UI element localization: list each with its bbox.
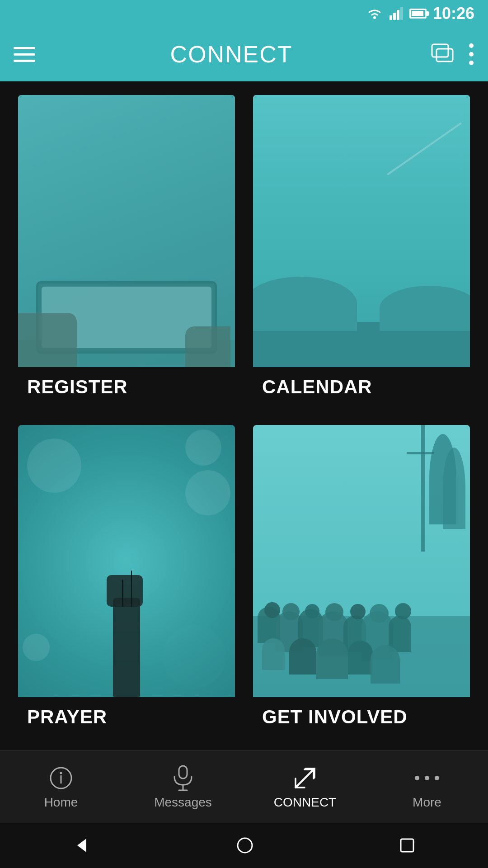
more-nav-label: More bbox=[413, 795, 441, 810]
more-icon bbox=[468, 42, 474, 66]
svg-rect-27 bbox=[401, 839, 413, 852]
back-button[interactable] bbox=[73, 836, 91, 854]
nav-item-home[interactable]: Home bbox=[0, 764, 122, 810]
get-involved-overlay bbox=[253, 425, 470, 697]
android-nav bbox=[0, 823, 488, 868]
nav-item-more[interactable]: More bbox=[366, 764, 488, 810]
register-card-image bbox=[18, 95, 235, 367]
page-title: CONNECT bbox=[41, 41, 422, 68]
connect-nav-icon bbox=[291, 764, 319, 792]
svg-point-22 bbox=[415, 776, 419, 780]
svg-point-23 bbox=[425, 776, 429, 780]
more-nav-icon bbox=[413, 764, 441, 792]
chat-icon bbox=[431, 43, 455, 65]
svg-rect-5 bbox=[432, 44, 448, 57]
svg-rect-2 bbox=[393, 13, 396, 20]
battery-icon bbox=[409, 9, 427, 19]
menu-button[interactable] bbox=[14, 41, 41, 68]
register-overlay bbox=[18, 95, 235, 367]
svg-point-24 bbox=[435, 776, 439, 780]
svg-point-10 bbox=[469, 61, 474, 65]
get-involved-label: GET INVOLVED bbox=[253, 697, 470, 737]
bottom-nav: Home Messages bbox=[0, 750, 488, 823]
top-app-bar: CONNECT bbox=[0, 27, 488, 81]
hamburger-line-3 bbox=[14, 60, 35, 62]
status-bar: 10:26 bbox=[0, 0, 488, 27]
nav-item-messages[interactable]: Messages bbox=[122, 764, 244, 810]
svg-point-13 bbox=[60, 772, 62, 774]
top-bar-actions bbox=[431, 42, 474, 66]
microphone-icon bbox=[173, 765, 193, 791]
calendar-card-image bbox=[253, 95, 470, 367]
recent-apps-icon bbox=[399, 837, 415, 854]
svg-rect-3 bbox=[397, 10, 399, 20]
svg-marker-25 bbox=[77, 839, 86, 852]
home-circle-icon bbox=[236, 836, 254, 854]
nav-item-connect[interactable]: CONNECT bbox=[244, 764, 366, 810]
prayer-card[interactable]: PRAYER bbox=[18, 425, 235, 737]
svg-rect-6 bbox=[436, 49, 453, 61]
more-options-button[interactable] bbox=[468, 42, 474, 66]
hamburger-line-1 bbox=[14, 47, 35, 49]
wifi-icon bbox=[366, 7, 383, 20]
home-button[interactable] bbox=[236, 836, 254, 854]
back-icon bbox=[73, 836, 91, 854]
svg-rect-1 bbox=[389, 15, 392, 20]
svg-point-9 bbox=[469, 52, 474, 57]
prayer-label: PRAYER bbox=[18, 697, 235, 737]
register-card[interactable]: REGISTER bbox=[18, 95, 235, 407]
info-circle-icon bbox=[49, 766, 73, 790]
calendar-overlay bbox=[253, 95, 470, 367]
get-involved-card-image bbox=[253, 425, 470, 697]
get-involved-card[interactable]: GET INVOLVED bbox=[253, 425, 470, 737]
chat-button[interactable] bbox=[431, 43, 455, 65]
arrows-icon bbox=[292, 765, 318, 791]
register-label: REGISTER bbox=[18, 367, 235, 407]
calendar-label: CALENDAR bbox=[253, 367, 470, 407]
home-nav-label: Home bbox=[44, 795, 78, 810]
recent-apps-button[interactable] bbox=[399, 837, 415, 854]
svg-rect-4 bbox=[400, 7, 403, 20]
prayer-card-image bbox=[18, 425, 235, 697]
svg-point-8 bbox=[469, 43, 474, 48]
signal-icon bbox=[389, 7, 403, 20]
connect-nav-label: CONNECT bbox=[274, 795, 336, 810]
ellipsis-icon bbox=[414, 774, 440, 783]
status-icons: 10:26 bbox=[366, 4, 474, 23]
svg-rect-14 bbox=[179, 766, 187, 778]
hamburger-line-2 bbox=[14, 53, 35, 56]
content-grid: REGISTER CALENDAR bbox=[0, 81, 488, 750]
svg-point-0 bbox=[373, 16, 376, 19]
messages-nav-label: Messages bbox=[154, 795, 212, 810]
status-time: 10:26 bbox=[433, 4, 474, 23]
svg-point-26 bbox=[238, 838, 252, 853]
home-nav-icon bbox=[47, 764, 75, 792]
messages-nav-icon bbox=[169, 764, 197, 792]
calendar-card[interactable]: CALENDAR bbox=[253, 95, 470, 407]
